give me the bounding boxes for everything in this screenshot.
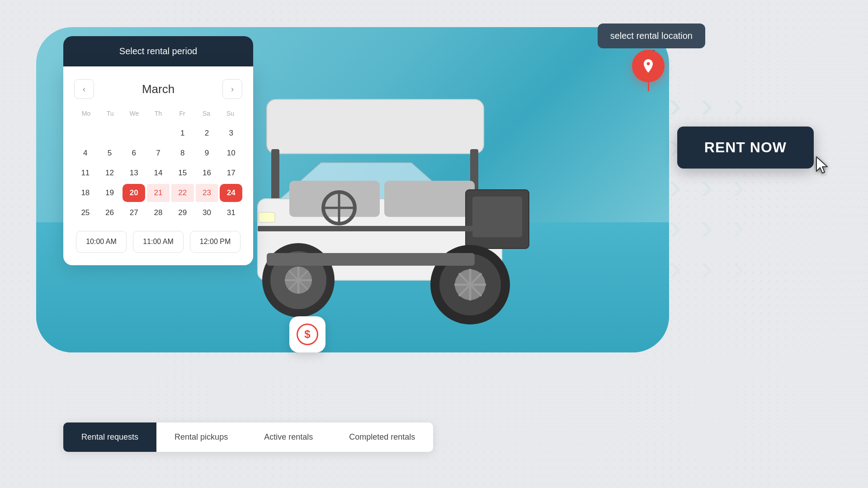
cal-day-16[interactable]: 16 [196,164,218,182]
day-header-fr: Fr [170,108,194,119]
svg-text:›: › [732,207,745,247]
main-scene: › › › › › › › › › › › › › › › [0,0,868,488]
svg-rect-43 [258,226,502,231]
tab-active-rentals[interactable]: Active rentals [246,422,331,452]
cal-day-10[interactable]: 10 [220,144,242,162]
svg-text:›: › [701,207,713,247]
svg-rect-20 [289,181,380,217]
svg-text:›: › [669,248,681,288]
cal-day-6[interactable]: 6 [123,144,145,162]
tab-bar: Rental requests Rental pickups Active re… [63,422,433,452]
cal-day-24-selected-end[interactable]: 24 [220,184,242,202]
cal-day-9[interactable]: 9 [196,144,218,162]
svg-rect-41 [267,253,475,266]
cal-day-4[interactable]: 4 [74,144,97,162]
cal-day-2[interactable]: 2 [196,124,218,142]
svg-text:›: › [669,85,681,125]
day-header-mo: Mo [74,108,98,119]
svg-rect-42 [259,212,275,222]
cal-day-empty [99,124,121,142]
cal-day-3[interactable]: 3 [220,124,242,142]
next-month-button[interactable]: › [222,79,242,99]
calendar-container: Select rental period ‹ March › Mo Tu We … [63,36,253,265]
time-slot-10am[interactable]: 10:00 AM [76,231,127,253]
svg-text:›: › [732,85,745,125]
svg-text:›: › [732,248,745,288]
day-header-su: Su [218,108,242,119]
time-slot-11am[interactable]: 11:00 AM [133,231,184,253]
calendar-body: ‹ March › Mo Tu We Th Fr Sa Su [63,66,253,265]
cal-day-18[interactable]: 18 [74,184,97,202]
cal-day-28[interactable]: 28 [147,204,170,222]
cal-day-15[interactable]: 15 [171,164,194,182]
cal-day-5[interactable]: 5 [99,144,121,162]
svg-rect-21 [384,181,475,217]
location-tooltip[interactable]: select rental location [598,23,705,48]
prev-month-button[interactable]: ‹ [74,79,94,99]
svg-text:›: › [701,85,713,125]
day-header-we: We [122,108,146,119]
tab-rental-pickups[interactable]: Rental pickups [156,422,246,452]
time-slots: 10:00 AM 11:00 AM 12:00 PM [74,231,242,253]
cal-day-20-selected-start[interactable]: 20 [123,184,145,202]
time-slot-12pm[interactable]: 12:00 PM [190,231,241,253]
cal-day-29[interactable]: 29 [171,204,194,222]
cal-day-empty [74,124,97,142]
tab-rental-requests[interactable]: Rental requests [63,422,156,452]
cal-day-30[interactable]: 30 [196,204,218,222]
cal-day-26[interactable]: 26 [99,204,121,222]
day-header-th: Th [146,108,170,119]
pin-stem [648,82,649,91]
day-header-tu: Tu [98,108,122,119]
svg-text:›: › [669,166,681,206]
dollar-badge: $ [289,316,326,352]
day-headers-row: Mo Tu We Th Fr Sa Su [74,108,242,119]
calendar-header-title: Select rental period [119,46,197,56]
cal-day-empty [147,124,170,142]
svg-text:›: › [701,166,713,206]
tab-completed-rentals[interactable]: Completed rentals [331,422,433,452]
cal-day-21-in-range[interactable]: 21 [147,184,170,202]
cal-day-23-in-range[interactable]: 23 [196,184,218,202]
cal-day-25[interactable]: 25 [74,204,97,222]
calendar-header: Select rental period [63,36,253,66]
calendar-grid: 1 2 3 4 5 6 7 8 9 10 11 12 13 14 15 16 1… [74,124,242,222]
cal-day-7[interactable]: 7 [147,144,170,162]
month-navigation: ‹ March › [74,79,242,99]
cursor-icon [815,156,831,179]
cal-day-1[interactable]: 1 [171,124,194,142]
cal-day-31[interactable]: 31 [220,204,242,222]
cal-day-8[interactable]: 8 [171,144,194,162]
pin-circle [632,50,665,82]
cal-day-17[interactable]: 17 [220,164,242,182]
golf-cart-image [208,45,579,361]
cal-day-19[interactable]: 19 [99,184,121,202]
day-header-sa: Sa [194,108,218,119]
cal-day-22-in-range[interactable]: 22 [171,184,194,202]
svg-rect-15 [267,99,484,154]
svg-text:›: › [669,207,681,247]
cal-day-empty [123,124,145,142]
svg-text:›: › [732,166,745,206]
dollar-icon: $ [297,324,318,345]
svg-text:›: › [701,248,713,288]
cal-day-27[interactable]: 27 [123,204,145,222]
month-label: March [142,82,175,96]
cal-day-11[interactable]: 11 [74,164,97,182]
rent-now-button[interactable]: RENT NOW [677,127,814,169]
cal-day-14[interactable]: 14 [147,164,170,182]
location-pin[interactable] [632,50,665,91]
chevron-decorations: › › › › › › › › › › › › › › › [669,81,841,318]
cal-day-13[interactable]: 13 [123,164,145,182]
cal-day-12[interactable]: 12 [99,164,121,182]
